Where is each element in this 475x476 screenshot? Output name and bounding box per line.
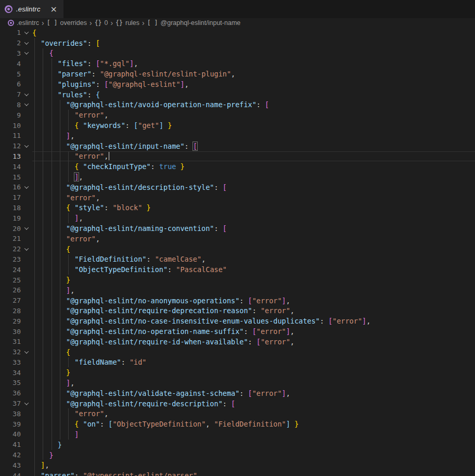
- code-line-7[interactable]: 7 "rules": {: [0, 89, 475, 100]
- code-text: ],: [32, 173, 475, 181]
- breadcrumb-item-0[interactable]: {}0: [95, 19, 108, 27]
- line-number: 36: [0, 389, 21, 397]
- code-line-32[interactable]: 32 {: [0, 347, 475, 357]
- code-text: "@graphql-eslint/validate-against-schema…: [32, 389, 475, 397]
- token: [32, 100, 66, 109]
- token: [32, 265, 74, 274]
- token: [32, 379, 66, 387]
- code-line-34[interactable]: 34 }: [0, 367, 475, 378]
- fold-chevron[interactable]: [21, 351, 32, 354]
- fold-chevron[interactable]: [21, 52, 32, 55]
- token: :: [125, 121, 134, 130]
- code-line-35[interactable]: 35 ],: [0, 378, 475, 388]
- code-line-1[interactable]: 1{: [0, 28, 475, 38]
- fold-chevron[interactable]: [21, 42, 32, 45]
- code-line-38[interactable]: 38 "error",: [0, 408, 475, 419]
- fold-chevron[interactable]: [21, 186, 32, 189]
- token: :: [243, 327, 252, 336]
- code-line-31[interactable]: 31 "@graphql-eslint/require-id-when-avai…: [0, 337, 475, 347]
- code-editor: 1{2 "overrides": [3 {4 "files": ["*.gql"…: [0, 28, 475, 476]
- line-number: 35: [0, 379, 21, 387]
- breadcrumb-item-rules[interactable]: {}rules: [115, 19, 139, 27]
- fold-chevron[interactable]: [21, 31, 32, 34]
- code-line-11[interactable]: 11 ],: [0, 131, 475, 141]
- code-line-25[interactable]: 25 }: [0, 275, 475, 285]
- fold-chevron[interactable]: [21, 402, 32, 405]
- code-line-30[interactable]: 30 "@graphql-eslint/no-operation-name-su…: [0, 326, 475, 337]
- code-line-16[interactable]: 16 "@graphql-eslint/description-style": …: [0, 182, 475, 192]
- line-number: 40: [0, 430, 21, 438]
- token: [32, 162, 74, 171]
- code-text: {: [32, 29, 475, 37]
- token: ]: [286, 420, 290, 428]
- code-line-15[interactable]: 15 ],: [0, 172, 475, 182]
- code-line-23[interactable]: 23 "FieldDefinition": "camelCase",: [0, 254, 475, 265]
- code-line-33[interactable]: 33 "fieldName": "id": [0, 357, 475, 368]
- token: "@graphql-eslint/input-name": [66, 142, 185, 150]
- code-text: "@graphql-eslint/require-description": [: [32, 400, 475, 408]
- token: [: [223, 224, 227, 233]
- code-line-17[interactable]: 17 "error",: [0, 192, 475, 203]
- code-line-20[interactable]: 20 "@graphql-eslint/naming-convention": …: [0, 223, 475, 234]
- fold-chevron[interactable]: [21, 145, 32, 148]
- token: "@graphql-eslint": [108, 80, 180, 88]
- token: "@graphql-eslint/require-description": [66, 400, 223, 408]
- code-line-26[interactable]: 26 ],: [0, 285, 475, 295]
- code-line-4[interactable]: 4 "files": ["*.gql"],: [0, 58, 475, 69]
- token: ]: [181, 80, 185, 88]
- code-text: "parser": "@graphql-eslint/eslint-plugin…: [32, 70, 475, 78]
- code-line-29[interactable]: 29 "@graphql-eslint/no-case-insensitive-…: [0, 316, 475, 326]
- fold-chevron[interactable]: [21, 103, 32, 106]
- token: [32, 327, 66, 336]
- breadcrumb-item-overrides[interactable]: [ ]overrides: [47, 19, 87, 27]
- code-line-18[interactable]: 18 { "style": "block" }: [0, 203, 475, 213]
- code-line-14[interactable]: 14 { "checkInputType": true }: [0, 161, 475, 172]
- fold-chevron[interactable]: [21, 93, 32, 96]
- code-line-21[interactable]: 21 "error",: [0, 234, 475, 244]
- code-line-8[interactable]: 8 "@graphql-eslint/avoid-operation-name-…: [0, 100, 475, 110]
- code-line-42[interactable]: 42 }: [0, 450, 475, 460]
- token: [32, 152, 74, 160]
- line-number: 11: [0, 132, 21, 139]
- code-line-19[interactable]: 19 ],: [0, 213, 475, 223]
- breadcrumb-item--graphql-eslint-input-name[interactable]: [ ]@graphql-eslint/input-name: [147, 19, 241, 27]
- line-number: 33: [0, 358, 21, 366]
- code-line-22[interactable]: 22 {: [0, 244, 475, 254]
- close-icon[interactable]: ×: [50, 5, 57, 14]
- token: [: [256, 338, 261, 346]
- code-line-44[interactable]: 44 "parser": "@typescript-eslint/parser": [0, 470, 475, 476]
- code-line-10[interactable]: 10 { "keywords": ["get"] }: [0, 120, 475, 131]
- code-line-2[interactable]: 2 "overrides": [: [0, 38, 475, 48]
- token: ,: [286, 389, 290, 397]
- token: [32, 59, 58, 68]
- code-line-3[interactable]: 3 {: [0, 48, 475, 59]
- fold-chevron[interactable]: [21, 248, 32, 251]
- code-line-41[interactable]: 41 }: [0, 440, 475, 450]
- code-line-9[interactable]: 9 "error",: [0, 110, 475, 120]
- code-line-5[interactable]: 5 "parser": "@graphql-eslint/eslint-plug…: [0, 69, 475, 79]
- fold-chevron[interactable]: [21, 227, 32, 230]
- vscode-editor-window: .eslintrc × .eslintrc›[ ]overrides›{}0›{…: [0, 0, 475, 476]
- code-line-6[interactable]: 6 "plugins": ["@graphql-eslint"],: [0, 79, 475, 89]
- token: ]: [74, 430, 79, 439]
- chevron-down-icon: [24, 30, 29, 34]
- token: "ObjectTypeDefinition": [74, 265, 168, 274]
- code-text: "ObjectTypeDefinition": "PascalCase": [32, 265, 475, 274]
- code-line-37[interactable]: 37 "@graphql-eslint/require-description"…: [0, 398, 475, 409]
- code-line-43[interactable]: 43 ],: [0, 460, 475, 470]
- token: [32, 111, 74, 119]
- code-line-24[interactable]: 24 "ObjectTypeDefinition": "PascalCase": [0, 264, 475, 275]
- code-line-39[interactable]: 39 { "on": ["ObjectTypeDefinition", "Fie…: [0, 419, 475, 429]
- breadcrumb-item--eslintrc[interactable]: .eslintrc: [8, 19, 39, 27]
- code-line-12[interactable]: 12 "@graphql-eslint/input-name": [: [0, 141, 475, 151]
- code-text: }: [32, 451, 475, 459]
- token: [32, 317, 66, 325]
- code-line-40[interactable]: 40 ]: [0, 429, 475, 440]
- code-line-13[interactable]: 13 "error",: [0, 151, 475, 162]
- code-line-36[interactable]: 36 "@graphql-eslint/validate-against-sch…: [0, 388, 475, 398]
- line-number: 7: [0, 91, 21, 98]
- code-line-28[interactable]: 28 "@graphql-eslint/require-deprecation-…: [0, 306, 475, 316]
- tab-eslintrc[interactable]: .eslintrc ×: [0, 0, 63, 18]
- code-line-27[interactable]: 27 "@graphql-eslint/no-anonymous-operati…: [0, 295, 475, 306]
- chevron-down-icon: [24, 143, 29, 147]
